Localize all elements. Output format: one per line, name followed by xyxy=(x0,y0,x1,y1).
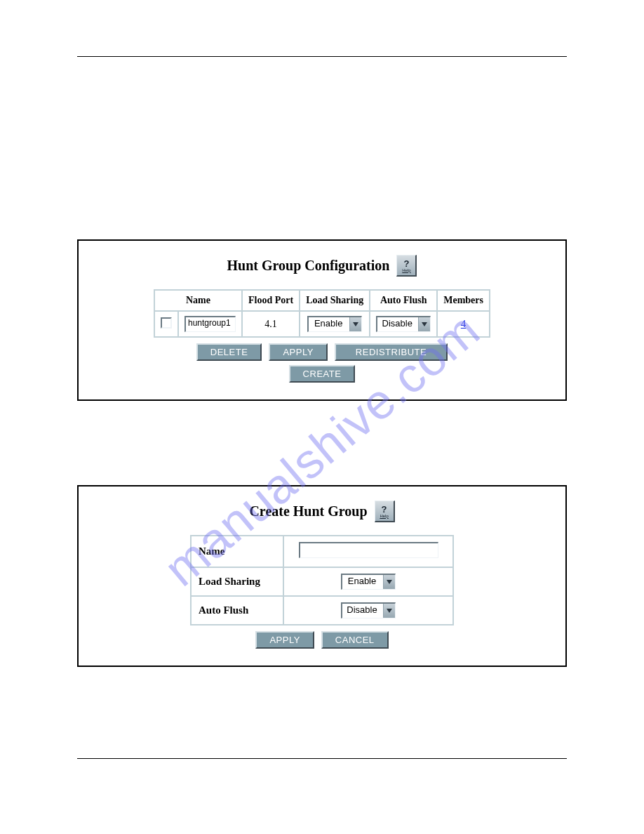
flood-port-value: 4.1 xyxy=(243,312,299,336)
chevron-down-icon xyxy=(383,575,395,589)
page-top-rule xyxy=(77,56,567,57)
create-button-row: APPLY CANCEL xyxy=(87,631,557,649)
svg-marker-2 xyxy=(387,580,392,584)
create-title-row: Create Hunt Group ? Help xyxy=(87,501,557,522)
create-auto-flush-value: Disable xyxy=(342,604,383,618)
create-title: Create Hunt Group xyxy=(249,503,367,519)
name-label: Name xyxy=(192,536,283,567)
chevron-down-icon xyxy=(383,604,395,618)
page-bottom-rule xyxy=(77,758,567,759)
load-sharing-select[interactable]: Enable xyxy=(307,316,362,332)
col-auto-flush: Auto Flush xyxy=(370,291,436,310)
chevron-down-icon xyxy=(418,317,430,331)
config-button-row-2: CREATE xyxy=(87,365,557,383)
apply-button[interactable]: APPLY xyxy=(269,343,327,361)
svg-marker-3 xyxy=(387,609,392,613)
auto-flush-label: Auto Flush xyxy=(192,597,283,624)
create-button[interactable]: CREATE xyxy=(289,365,356,383)
col-flood-port: Flood Port xyxy=(243,291,299,310)
help-label: Help xyxy=(402,268,410,272)
form-row-load-sharing: Load Sharing Enable xyxy=(192,568,452,595)
col-name: Name xyxy=(155,291,241,310)
config-table: Name Flood Port Load Sharing Auto Flush … xyxy=(154,289,490,338)
create-hunt-group-panel: Create Hunt Group ? Help Name Load Shari… xyxy=(77,485,567,667)
members-link[interactable]: 4 xyxy=(461,318,467,329)
create-apply-button[interactable]: APPLY xyxy=(255,631,314,649)
load-sharing-value: Enable xyxy=(309,317,349,331)
chevron-down-icon xyxy=(349,317,361,331)
create-form-table: Name Load Sharing Enable Auto Flush xyxy=(190,535,454,626)
help-question-icon: ? xyxy=(403,259,409,268)
help-icon[interactable]: ? Help xyxy=(375,501,395,522)
row-checkbox[interactable] xyxy=(161,317,172,329)
load-sharing-label: Load Sharing xyxy=(192,568,283,595)
create-load-sharing-select[interactable]: Enable xyxy=(341,574,396,590)
help-question-icon: ? xyxy=(382,505,387,514)
config-button-row-1: DELETE APPLY REDISTRIBUTE xyxy=(87,343,557,361)
col-load-sharing: Load Sharing xyxy=(300,291,369,310)
auto-flush-value: Disable xyxy=(377,317,418,331)
delete-button[interactable]: DELETE xyxy=(196,343,262,361)
config-title: Hunt Group Configuration xyxy=(227,258,390,274)
create-auto-flush-select[interactable]: Disable xyxy=(341,602,396,618)
table-row: huntgroup1 4.1 Enable Disable xyxy=(155,312,489,336)
form-row-name: Name xyxy=(192,536,452,567)
create-name-input[interactable] xyxy=(299,542,438,558)
config-title-row: Hunt Group Configuration ? Help xyxy=(87,255,557,277)
svg-marker-0 xyxy=(353,322,358,326)
help-icon[interactable]: ? Help xyxy=(396,255,417,277)
svg-marker-1 xyxy=(422,322,427,326)
create-load-sharing-value: Enable xyxy=(342,575,383,589)
redistribute-button[interactable]: REDISTRIBUTE xyxy=(335,343,448,361)
cancel-button[interactable]: CANCEL xyxy=(321,631,389,649)
auto-flush-select[interactable]: Disable xyxy=(376,316,431,332)
hunt-group-config-panel: Hunt Group Configuration ? Help Name Flo… xyxy=(77,239,567,401)
name-input[interactable]: huntgroup1 xyxy=(185,316,236,332)
col-members: Members xyxy=(438,291,489,310)
help-label: Help xyxy=(380,514,388,518)
form-row-auto-flush: Auto Flush Disable xyxy=(192,597,452,624)
